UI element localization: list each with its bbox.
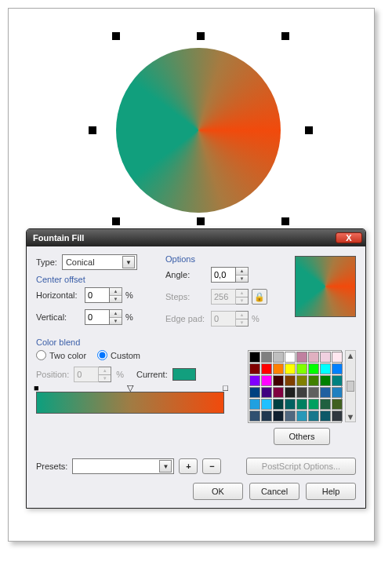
spin-up-icon[interactable]: ▲ [110,310,122,318]
palette-swatch[interactable] [273,411,284,422]
palette-swatch[interactable] [261,399,272,410]
twocolor-radio[interactable]: Two color [36,350,86,360]
palette-swatch[interactable] [249,375,260,386]
horizontal-input[interactable] [85,287,110,303]
fountain-fill-dialog: Fountain Fill X Type: Conical ▼ Cente [26,228,366,509]
palette-swatch[interactable] [285,411,296,422]
palette-swatch[interactable] [332,375,343,386]
palette-swatch[interactable] [249,352,260,363]
palette-swatch[interactable] [249,363,260,374]
gradient-stop-end[interactable]: □ [223,383,228,392]
percent-label: % [116,370,124,379]
palette-swatch[interactable] [249,411,260,422]
palette-swatch[interactable] [308,411,319,422]
palette-swatch[interactable] [332,352,343,363]
preset-remove-button[interactable]: − [202,458,221,474]
vertical-spinner[interactable]: ▲▼ [85,309,122,325]
palette-swatch[interactable] [273,399,284,410]
scroll-thumb[interactable] [347,381,354,392]
presets-select[interactable]: ▼ [72,458,174,474]
palette-scrollbar[interactable]: ▲ ▼ [345,350,356,422]
palette-swatch[interactable] [320,387,331,398]
type-select[interactable]: Conical ▼ [62,254,137,270]
angle-input[interactable] [211,267,236,283]
percent-label: % [125,290,133,300]
selection-handle[interactable] [305,126,313,134]
palette-swatch[interactable] [273,352,284,363]
selection-handle[interactable] [281,217,289,225]
spin-up-icon[interactable]: ▲ [110,288,122,296]
palette-swatch[interactable] [285,363,296,374]
palette-swatch[interactable] [332,399,343,410]
selection-handle[interactable] [281,32,289,40]
selection-handle[interactable] [89,126,96,134]
gradient-bar[interactable]: ■ ▽ □ [36,392,224,414]
spin-up-icon[interactable]: ▲ [236,268,248,276]
scroll-down-icon[interactable]: ▼ [347,412,355,422]
palette-swatch[interactable] [285,387,296,398]
palette-swatch[interactable] [261,411,272,422]
others-button[interactable]: Others [274,428,330,445]
spin-down-icon[interactable]: ▼ [110,296,122,303]
selection-handle[interactable] [112,32,120,40]
preset-add-button[interactable]: + [179,458,198,474]
palette-swatch[interactable] [285,399,296,410]
palette-swatch[interactable] [308,363,319,374]
palette-swatch[interactable] [296,363,307,374]
palette-swatch[interactable] [296,387,307,398]
palette-swatch[interactable] [285,352,296,363]
palette-swatch[interactable] [332,387,343,398]
vertical-input[interactable] [85,309,110,325]
lock-icon[interactable]: 🔒 [252,289,267,305]
cancel-button[interactable]: Cancel [249,483,299,500]
palette-swatch[interactable] [261,352,272,363]
palette-swatch[interactable] [296,411,307,422]
palette-swatch[interactable] [332,411,343,422]
palette-swatch[interactable] [308,387,319,398]
palette-swatch[interactable] [308,399,319,410]
palette-swatch[interactable] [273,387,284,398]
palette-swatch[interactable] [320,411,331,422]
spin-down-icon: ▼ [99,375,111,382]
selection-handle[interactable] [197,32,205,40]
scroll-up-icon[interactable]: ▲ [347,351,355,360]
palette-swatch[interactable] [285,375,296,386]
gradient-stop-start[interactable]: ■ [34,383,39,392]
angle-spinner[interactable]: ▲▼ [211,267,249,283]
palette-swatch[interactable] [296,352,307,363]
shape-ellipse[interactable] [116,48,281,213]
palette-swatch[interactable] [273,375,284,386]
position-input [74,367,99,382]
gradient-stop-mid[interactable]: ▽ [127,383,133,393]
spin-down-icon[interactable]: ▼ [110,318,122,325]
palette-swatch[interactable] [320,375,331,386]
palette-swatch[interactable] [320,363,331,374]
palette-swatch[interactable] [261,363,272,374]
palette-swatch[interactable] [332,363,343,374]
edgepad-input [211,311,236,327]
palette-swatch[interactable] [296,399,307,410]
custom-radio[interactable]: Custom [97,350,140,360]
horizontal-spinner[interactable]: ▲▼ [85,287,122,303]
palette-swatch[interactable] [273,363,284,374]
ok-button[interactable]: OK [193,483,243,500]
palette-swatch[interactable] [308,352,319,363]
selection-handle[interactable] [197,217,205,225]
steps-input [211,289,236,305]
palette-swatch[interactable] [308,375,319,386]
steps-spinner: ▲▼ [211,289,249,305]
palette-swatch[interactable] [296,375,307,386]
help-button[interactable]: Help [306,483,356,500]
palette-swatch[interactable] [320,399,331,410]
titlebar[interactable]: Fountain Fill X [27,229,365,246]
palette-swatch[interactable] [249,387,260,398]
spin-down-icon[interactable]: ▼ [236,276,248,283]
palette-swatch[interactable] [320,352,331,363]
color-palette[interactable] [248,350,342,423]
selection-handle[interactable] [112,217,120,225]
close-button[interactable]: X [336,232,362,243]
vertical-label: Vertical: [36,312,82,322]
palette-swatch[interactable] [249,399,260,410]
palette-swatch[interactable] [261,387,272,398]
palette-swatch[interactable] [261,375,272,386]
